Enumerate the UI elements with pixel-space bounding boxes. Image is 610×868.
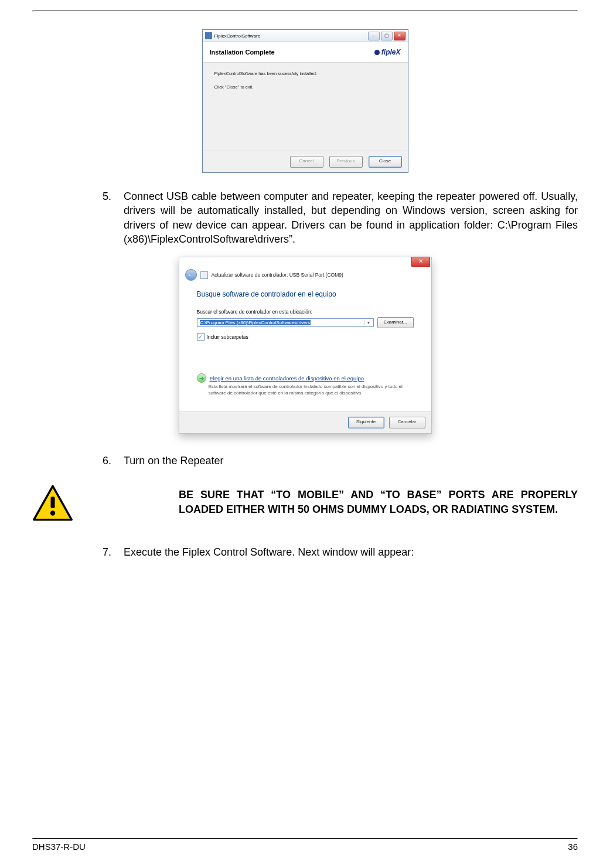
installer-heading: Installation Complete [210,49,275,56]
driver-heading: Busque software de controlador en el equ… [197,290,414,298]
dropdown-caret-icon[interactable]: ▼ [364,321,371,325]
driver-search-label: Buscar el software de controlador en est… [197,309,414,315]
arrow-right-icon: ➔ [197,373,206,383]
app-icon [205,32,212,39]
device-icon [200,271,208,279]
maximize-button[interactable]: ▢ [381,32,393,40]
svg-rect-1 [51,497,55,509]
warning-icon [32,484,73,522]
minimize-button[interactable]: – [368,32,380,40]
pick-from-list-desc: Esta lista mostrará el software de contr… [209,384,408,396]
pick-from-list-option[interactable]: ➔ Elegir en una lista de controladores d… [197,373,414,383]
step7-number: 7. [103,545,124,559]
brand-text: fipleX [381,48,401,56]
step6-text: Turn on the Repeater [124,454,578,468]
driver-cancel-button[interactable]: Cancelar [389,417,425,428]
step6-number: 6. [103,454,124,468]
step5-number: 5. [103,189,124,246]
footer-doc-id: DHS37-R-DU [32,842,86,852]
driver-dialog: ✕ ← Actualizar software de controlador: … [179,257,432,434]
driver-close-button[interactable]: ✕ [411,257,430,267]
driver-crumb: Actualizar software de controlador: USB … [212,272,343,278]
close-button[interactable]: Close [369,156,402,168]
warning-text: BE SURE THAT “TO MOBILE” AND “TO BASE” P… [179,488,578,516]
back-arrow-icon: ← [188,271,194,278]
pick-from-list-title: Elegir en una lista de controladores de … [210,375,364,382]
bottom-rule [32,838,578,839]
install-msg-2: Click "Close" to exit. [214,84,400,90]
previous-button: Previous [329,156,363,168]
cancel-button: Cancel [290,156,323,168]
back-button[interactable]: ← [185,269,197,281]
include-subfolders-label: Incluir subcarpetas [207,334,248,340]
brand-logo: fipleX [374,48,401,56]
install-msg-1: FiplexControlSoftware has been sucessful… [214,71,400,76]
browse-button[interactable]: Examinar... [377,317,414,328]
installer-title: FiplexControlSoftware [214,33,261,39]
logo-dot-icon [374,50,380,55]
svg-point-2 [50,511,55,516]
next-button[interactable]: Siguiente [348,417,384,428]
installer-titlebar: FiplexControlSoftware – ▢ ✕ [203,30,408,42]
step7-text: Execute the Fiplex Control Software. Nex… [124,545,578,559]
driver-path-value: C:\Program Files (x86)\FiplexControlSoft… [200,320,311,325]
footer-page-number: 36 [568,842,578,852]
driver-path-input[interactable]: C:\Program Files (x86)\FiplexControlSoft… [197,318,374,327]
step5-text: Connect USB cable between computer and r… [124,189,578,246]
window-close-button[interactable]: ✕ [394,32,405,40]
installer-dialog: FiplexControlSoftware – ▢ ✕ Installation… [202,29,408,173]
include-subfolders-checkbox[interactable]: ✓ [197,333,205,341]
